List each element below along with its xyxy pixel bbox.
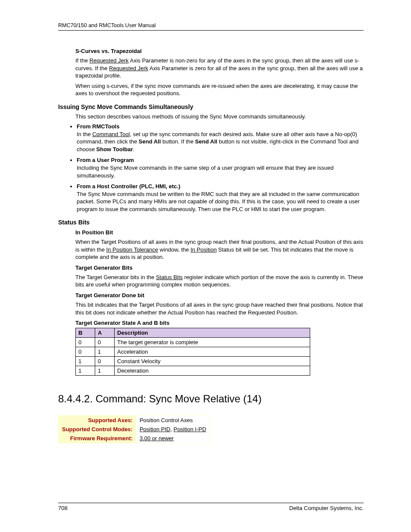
status-tgb-section: Target Generator Bits The Target Generat… bbox=[75, 264, 364, 289]
footer: 708 Delta Computer Systems, Inc. bbox=[58, 500, 364, 512]
inpos-heading: In Position Bit bbox=[75, 229, 364, 236]
issuing-item-title: From a User Program bbox=[77, 157, 134, 163]
firmware-link[interactable]: 3.00 or newer bbox=[140, 435, 174, 442]
requested-jerk-link-2[interactable]: Requested Jerk bbox=[109, 65, 148, 72]
header-rule bbox=[58, 30, 364, 31]
info-label: Supported Axes: bbox=[59, 416, 136, 425]
status-heading: Status Bits bbox=[58, 219, 364, 226]
info-value: Position Control Axes bbox=[136, 416, 210, 425]
status-bits-link[interactable]: Status Bits bbox=[156, 274, 183, 280]
command-heading: 8.4.4.2. Command: Sync Move Relative (14… bbox=[58, 393, 364, 405]
state-table: B A Description 0 0 The target generator… bbox=[75, 328, 310, 376]
status-done-section: Target Generator Done bit This bit indic… bbox=[75, 292, 364, 316]
done-heading: Target Generator Done bit bbox=[75, 292, 364, 299]
scurves-p1: If the Requested Jerk Axis Parameter is … bbox=[75, 57, 364, 80]
inpos-text: When the Target Positions of all axes in… bbox=[75, 238, 364, 261]
tgb-text: The Target Generator bits in the Status … bbox=[75, 274, 364, 289]
state-heading: Target Generator State A and B bits bbox=[75, 320, 364, 326]
tgb-heading: Target Generator Bits bbox=[75, 264, 364, 271]
issuing-item-rmctools: From RMCTools In the Command Tool, set u… bbox=[77, 123, 364, 153]
command-info-box: Supported Axes: Position Control Axes Su… bbox=[58, 415, 210, 443]
scurves-heading: S-Curves vs. Trapezoidal bbox=[75, 48, 364, 54]
th-b: B bbox=[76, 328, 95, 338]
info-value: 3.00 or newer bbox=[136, 434, 210, 443]
inpos-tolerance-link[interactable]: In Position Tolerance bbox=[106, 246, 158, 253]
page: RMC70/150 and RMCTools User Manual S-Cur… bbox=[0, 0, 411, 532]
issuing-item-title: From a Host Controller (PLC, HMI, etc.) bbox=[77, 183, 181, 190]
issuing-item-title: From RMCTools bbox=[77, 123, 119, 130]
table-row: 0 1 Acceleration bbox=[76, 347, 310, 357]
company-name: Delta Computer Systems, Inc. bbox=[289, 505, 364, 511]
scurves-p2: When using s-curves, if the sync move co… bbox=[75, 82, 364, 97]
th-desc: Description bbox=[115, 328, 310, 338]
info-value: Position PID, Position I-PD bbox=[136, 425, 210, 434]
footer-rule bbox=[58, 503, 364, 503]
scurves-section: S-Curves vs. Trapezoidal If the Requeste… bbox=[75, 48, 364, 97]
info-row-axes: Supported Axes: Position Control Axes bbox=[59, 416, 210, 425]
position-pid-link[interactable]: Position PID bbox=[140, 426, 171, 432]
page-number: 708 bbox=[58, 505, 68, 511]
status-state-section: Target Generator State A and B bits bbox=[75, 320, 364, 326]
command-tool-link[interactable]: Command Tool bbox=[92, 131, 130, 137]
info-row-modes: Supported Control Modes: Position PID, P… bbox=[59, 425, 210, 434]
header-title: RMC70/150 and RMCTools User Manual bbox=[58, 22, 364, 28]
issuing-intro: This section describes various methods o… bbox=[75, 113, 364, 121]
table-header-row: B A Description bbox=[76, 328, 310, 338]
done-text: This bit indicates that the Target Posit… bbox=[75, 301, 364, 316]
issuing-item-user-program: From a User Program Including the Sync M… bbox=[77, 156, 364, 179]
issuing-list: From RMCTools In the Command Tool, set u… bbox=[69, 123, 364, 213]
table-row: 0 0 The target generator is complete bbox=[76, 338, 310, 347]
table-row: 1 1 Deceleration bbox=[76, 366, 310, 376]
status-inpos-section: In Position Bit When the Target Position… bbox=[75, 229, 364, 261]
inpos-link[interactable]: In Position bbox=[190, 246, 217, 253]
requested-jerk-link[interactable]: Requested Jerk bbox=[90, 57, 129, 64]
table-row: 1 0 Constant Velocity bbox=[76, 357, 310, 366]
info-label: Firmware Requirement: bbox=[59, 434, 136, 443]
issuing-heading: Issuing Sync Move Commands Simultaneousl… bbox=[58, 103, 364, 110]
info-row-firmware: Firmware Requirement: 3.00 or newer bbox=[59, 434, 210, 443]
issuing-item-host-controller: From a Host Controller (PLC, HMI, etc.) … bbox=[77, 183, 364, 213]
position-ipd-link[interactable]: Position I-PD bbox=[174, 426, 206, 432]
th-a: A bbox=[95, 328, 115, 338]
info-label: Supported Control Modes: bbox=[59, 425, 136, 434]
